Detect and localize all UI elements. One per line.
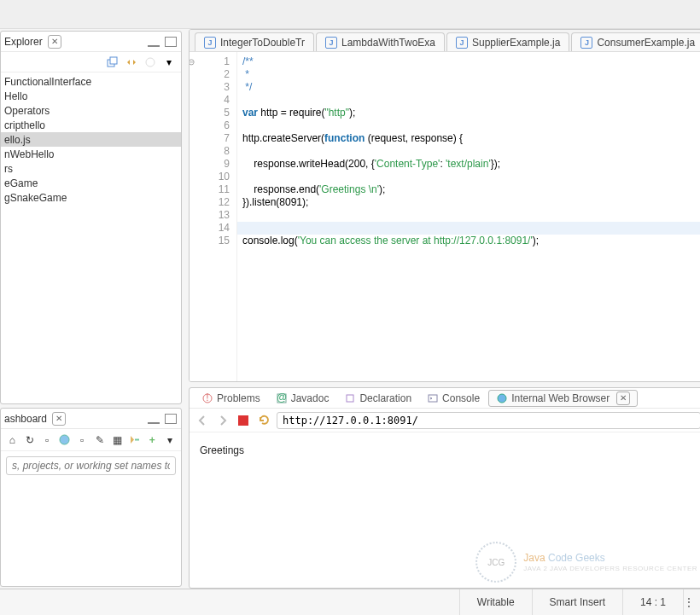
line-number[interactable]: 12 <box>190 196 230 209</box>
line-number[interactable]: 8 <box>190 145 230 158</box>
tab-icon: ! <box>201 392 213 404</box>
line-number[interactable]: 11 <box>190 183 230 196</box>
bottom-tab[interactable]: Declaration <box>337 390 418 407</box>
table-icon[interactable]: ▦ <box>111 433 124 447</box>
line-number[interactable]: 2 <box>190 68 230 81</box>
svg-text:@: @ <box>277 393 287 403</box>
tree-item[interactable]: rs <box>1 161 181 176</box>
stop-icon[interactable] <box>236 413 251 428</box>
tree-item[interactable]: nWebHello <box>1 147 181 161</box>
maximize-icon[interactable] <box>164 36 178 48</box>
code-line[interactable] <box>242 171 700 183</box>
dashboard-search-input[interactable] <box>6 456 176 475</box>
status-menu-icon[interactable]: ⋮ <box>683 589 700 615</box>
tree-item[interactable]: eGame <box>1 176 181 190</box>
run-icon[interactable] <box>129 433 142 447</box>
editor-tab[interactable]: JConsumerExample.ja <box>571 32 700 51</box>
stop-icon[interactable]: ▫ <box>76 433 89 447</box>
tab-icon: @ <box>276 392 288 404</box>
close-icon[interactable]: ✕ <box>52 412 66 426</box>
new-icon[interactable]: ▫ <box>41 433 54 447</box>
code-line[interactable]: */ <box>242 81 700 94</box>
code-line[interactable]: response.writeHead(200, {'Content-Type':… <box>242 158 700 171</box>
dashboard-title: ashboard <box>4 413 50 425</box>
code-line[interactable] <box>242 145 700 158</box>
editor-tab[interactable]: JIntegerToDoubleTr <box>195 32 314 51</box>
explorer-tree: FunctionalInterfaceHelloOperatorscripthe… <box>1 73 181 206</box>
line-number[interactable]: 5 <box>190 107 230 119</box>
minimize-icon[interactable] <box>147 413 160 425</box>
tree-item[interactable]: FunctionalInterface <box>1 74 181 89</box>
bottom-tab[interactable]: @Javadoc <box>269 390 336 407</box>
svg-rect-1 <box>110 57 117 64</box>
close-icon[interactable]: ✕ <box>48 35 61 49</box>
line-number[interactable]: 9 <box>190 158 230 171</box>
refresh-icon[interactable]: ↻ <box>24 433 37 447</box>
tree-item[interactable]: cripthello <box>1 118 181 132</box>
browser-content: Greetings JCG Java Code Geeks JAVA 2 JAV… <box>190 432 700 588</box>
java-file-icon: J <box>204 37 216 49</box>
code-line[interactable]: http.createServer(function (request, res… <box>242 132 700 145</box>
line-number[interactable]: 3 <box>190 81 230 94</box>
status-writable: Writable <box>459 589 532 615</box>
filter-icon[interactable] <box>143 55 157 69</box>
add-icon[interactable]: + <box>146 433 159 447</box>
line-number[interactable]: 4 <box>190 94 230 107</box>
code-line[interactable] <box>242 94 700 107</box>
line-number[interactable]: 15 <box>190 235 230 247</box>
link-editor-icon[interactable] <box>125 55 138 69</box>
browser-toolbar <box>190 409 700 432</box>
code-line[interactable]: * <box>242 68 700 81</box>
forward-icon[interactable] <box>215 413 230 428</box>
status-cursor-pos: 14 : 1 <box>622 589 683 615</box>
bottom-tab[interactable]: !Problems <box>195 390 267 407</box>
explorer-panel: Explorer ✕ ▾ FunctionalInterfaceHelloOpe… <box>0 31 182 404</box>
line-number[interactable]: 10 <box>190 171 230 183</box>
status-insert-mode: Smart Insert <box>532 589 622 615</box>
minimize-icon[interactable] <box>147 36 160 48</box>
dashboard-panel: ashboard ✕ ⌂ ↻ ▫ ▫ ✎ ▦ + ▾ <box>0 408 182 587</box>
line-number[interactable]: 13 <box>190 209 230 222</box>
refresh-icon[interactable] <box>256 413 271 428</box>
bottom-tab[interactable]: Internal Web Browser✕ <box>488 390 638 407</box>
code-line[interactable]: /** <box>242 55 700 68</box>
code-line[interactable]: response.end('Greetings \n'); <box>242 183 700 196</box>
close-icon[interactable]: ✕ <box>616 392 630 405</box>
dashboard-toolbar: ⌂ ↻ ▫ ▫ ✎ ▦ + ▾ <box>1 429 181 451</box>
status-bar: Writable Smart Insert 14 : 1 ⋮ <box>0 589 700 615</box>
svg-point-3 <box>60 435 69 444</box>
bottom-panel: !Problems@JavadocDeclarationConsoleInter… <box>189 387 700 589</box>
tree-item[interactable]: ello.js <box>1 132 181 147</box>
editor-panel: JIntegerToDoubleTrJLambdaWithTwoExaJSupp… <box>189 29 700 382</box>
back-icon[interactable] <box>195 413 210 428</box>
code-line[interactable]: var http = require("http"); <box>242 107 700 119</box>
view-menu-icon[interactable]: ▾ <box>164 433 177 447</box>
bottom-tab[interactable]: Console <box>420 390 487 407</box>
editor-tab[interactable]: JSupplierExample.ja <box>446 32 569 51</box>
code-line[interactable] <box>242 209 700 222</box>
maximize-icon[interactable] <box>164 413 178 425</box>
tree-item[interactable]: Operators <box>1 103 181 118</box>
page-output: Greetings <box>200 444 244 456</box>
code-line[interactable]: console.log('You can access the server a… <box>242 235 700 247</box>
code-line[interactable] <box>242 222 700 235</box>
edit-icon[interactable]: ✎ <box>94 433 107 447</box>
line-number[interactable]: 7 <box>190 132 230 145</box>
tree-item[interactable]: gSnakeGame <box>1 190 181 205</box>
view-menu-icon[interactable]: ▾ <box>162 55 176 69</box>
watermark: JCG Java Code Geeks JAVA 2 JAVA DEVELOPE… <box>475 542 697 583</box>
line-number[interactable]: 6 <box>190 119 230 132</box>
java-file-icon: J <box>456 37 468 49</box>
code-line[interactable] <box>242 119 700 132</box>
globe-icon[interactable] <box>59 433 72 447</box>
line-number[interactable]: 1 <box>190 55 230 68</box>
editor-tab[interactable]: JLambdaWithTwoExa <box>316 32 445 51</box>
line-number[interactable]: 14 <box>190 222 230 235</box>
tree-item[interactable]: Hello <box>1 89 181 103</box>
url-input[interactable] <box>277 412 700 429</box>
home-icon[interactable]: ⌂ <box>6 433 19 447</box>
java-file-icon: J <box>580 37 592 49</box>
code-editor[interactable]: 123456789101112131415 /** * */var http =… <box>190 52 700 381</box>
code-line[interactable]: }).listen(8091); <box>242 196 700 209</box>
collapse-all-icon[interactable] <box>106 55 120 69</box>
